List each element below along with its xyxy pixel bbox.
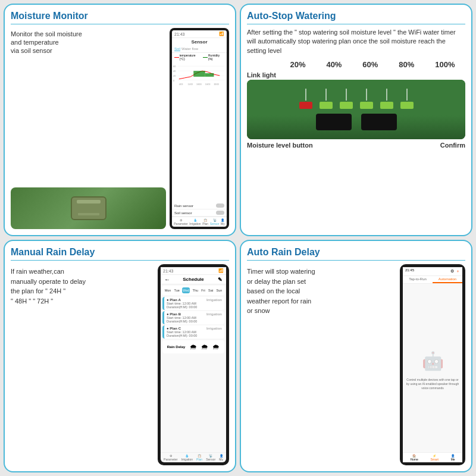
auto-rain-screen: 21:45 ⚙ ＋ Tap-to-Run Automation 🤖 Contro…: [403, 267, 462, 462]
plan-a: ● Plan A Irrigation Start time: 12:00 AM…: [162, 297, 224, 310]
phone-status-bar: 21:43 📶: [172, 30, 227, 38]
moisture-strip-60: [360, 102, 373, 109]
moisture-strip-20: [320, 102, 333, 109]
day-wed[interactable]: Wed: [182, 287, 190, 293]
svg-text:11/03: 11/03: [187, 83, 193, 86]
manual-rain-title: Manual Rain Delay: [11, 247, 229, 261]
main-grid: Moisture Monitor Monitor the soil moistu…: [0, 0, 476, 476]
svg-text:40: 40: [173, 70, 176, 73]
day-sun[interactable]: Sun: [216, 287, 223, 293]
auto-stop-title: Auto-Stop Watering: [247, 11, 465, 24]
svg-text:60: 60: [173, 65, 176, 68]
schedule-status-bar: 21:43 📶: [161, 267, 226, 275]
svg-text:0: 0: [173, 79, 175, 82]
moisture-monitor-title: Moisture Monitor: [11, 11, 229, 24]
schedule-phone-nav: ⚙Parameter 💧Irrigation 📋Plan 📡Sensor 👤My: [161, 452, 226, 462]
rain-delay-options: Rain Delay 🌧 🌧 🌧: [162, 340, 224, 353]
automation-placeholder-icon: 🤖: [418, 346, 447, 375]
nav-plan-2[interactable]: 📋Plan: [196, 454, 202, 461]
rain-delay-description: If rain weather,can manually operate to …: [11, 264, 154, 465]
nav-my-2[interactable]: 👤My: [219, 454, 223, 461]
temperature-legend-line: [174, 57, 179, 58]
moisture-phone: 21:43 📶 Sensor Soil Water flow temperatu…: [170, 28, 229, 229]
auto-rain-body: Timer will stop watering or delay the pl…: [247, 264, 465, 465]
sensor-block-right: [361, 114, 397, 130]
nav-my[interactable]: 👤My: [221, 218, 225, 226]
sensor-block-left: [316, 114, 352, 130]
tab-automation[interactable]: Automation: [433, 276, 462, 283]
auto-content-area: 🤖 Control multiple devices with one tap …: [403, 284, 462, 452]
svg-text:20/03: 20/03: [214, 83, 219, 86]
sensor-chart: 60 40 20 0: [172, 61, 227, 202]
settings-icon[interactable]: ⚙: [450, 269, 454, 274]
nav-parameter-2[interactable]: ⚙Parameter: [164, 454, 177, 461]
add-icon[interactable]: ＋: [456, 268, 460, 274]
nav-me[interactable]: 👤Me: [451, 454, 455, 461]
moisture-strip-80: [380, 102, 393, 109]
sensor-blocks: [316, 114, 397, 130]
moisture-bottom-labels: Moisture level button Confirm: [247, 142, 465, 149]
soil-sensor-row: Soil sensor: [172, 209, 227, 217]
chart-legend: temperature (°C) Humidity (%): [172, 53, 227, 61]
nav-irrigation-2[interactable]: 💧Irrigation: [181, 454, 193, 461]
rain-delay-72h[interactable]: 🌧: [212, 343, 220, 351]
nav-irrigation[interactable]: 💧Irrigation: [189, 218, 201, 226]
sensor-tabs: Soil Water flow: [172, 46, 227, 53]
nav-parameter[interactable]: ⚙Parameter: [174, 218, 187, 226]
svg-text:16/03: 16/03: [205, 83, 211, 86]
moisture-strip-100: [400, 102, 414, 109]
svg-text:18/03: 18/03: [196, 83, 202, 86]
sensor-device: [71, 196, 107, 220]
rain-sensor-toggle[interactable]: [216, 203, 224, 208]
link-light-strip: [299, 102, 312, 109]
moisture-description: Monitor the soil moisture and temperatur…: [11, 28, 166, 180]
day-thu[interactable]: Thu: [192, 287, 199, 293]
moisture-strip-40: [340, 102, 353, 109]
manual-rain-card: Manual Rain Delay If rain weather,can ma…: [4, 240, 236, 472]
nav-plan[interactable]: 📋Plan: [202, 218, 208, 226]
moisture-phone-screen: 21:43 📶 Sensor Soil Water flow temperatu…: [172, 30, 227, 227]
svg-text:20: 20: [173, 74, 176, 77]
soil-sensor-toggle[interactable]: [216, 211, 224, 215]
day-sat[interactable]: Sat: [208, 287, 214, 293]
auto-status-bar: 21:45 ⚙ ＋: [403, 267, 462, 276]
rain-delay-48h[interactable]: 🌧: [201, 343, 208, 351]
moisture-monitor-body: Monitor the soil moisture and temperatur…: [11, 28, 229, 229]
svg-rect-9: [205, 73, 214, 77]
soil-sensor-image: [11, 187, 166, 229]
link-light-row: Link light: [247, 71, 465, 79]
auto-description-text: Control multiple devices with one tap or…: [405, 378, 460, 390]
nav-sensor[interactable]: 📡Sensor: [210, 218, 220, 226]
schedule-screen: 21:43 📶 ← Schedule ✎ Mon Tue Wed Thu Fri: [161, 267, 226, 462]
moisture-sensor-image: [247, 80, 465, 139]
moisture-percentage-labels: 20% 40% 60% 80% 100%: [247, 60, 465, 69]
day-fri[interactable]: Fri: [201, 287, 205, 293]
day-tue[interactable]: Tue: [174, 287, 180, 293]
svg-rect-8: [193, 71, 205, 77]
back-arrow[interactable]: ←: [164, 276, 170, 283]
auto-rain-title: Auto Rain Delay: [247, 247, 465, 261]
auto-stop-card: Auto-Stop Watering After setting the " s…: [240, 4, 472, 236]
auto-rain-phone: 21:45 ⚙ ＋ Tap-to-Run Automation 🤖 Contro…: [400, 264, 465, 465]
chart-svg: 60 40 20 0: [173, 62, 226, 86]
nav-sensor-2[interactable]: 📡Sensor: [206, 454, 215, 461]
moisture-phone-nav: ⚙Parameter 💧Irrigation 📋Plan 📡Sensor 👤My: [172, 217, 227, 227]
nav-smart[interactable]: ⚡Smart: [431, 454, 439, 461]
day-mon[interactable]: Mon: [164, 287, 172, 293]
humidity-legend-line: [203, 57, 208, 58]
auto-rain-card: Auto Rain Delay Timer will stop watering…: [240, 240, 472, 472]
auto-phone-nav: 🏠Home ⚡Smart 👤Me: [403, 452, 462, 462]
edit-icon[interactable]: ✎: [218, 277, 223, 283]
rain-delay-24h[interactable]: 🌧: [190, 343, 197, 351]
auto-tabs: Tap-to-Run Automation: [403, 276, 462, 284]
auto-rain-description: Timer will stop watering or delay the pl…: [247, 264, 396, 465]
days-row: Mon Tue Wed Thu Fri Sat Sun: [162, 286, 225, 295]
manual-rain-body: If rain weather,can manually operate to …: [11, 264, 229, 465]
sensor-strips-row: [299, 89, 414, 109]
nav-home[interactable]: 🏠Home: [410, 454, 418, 461]
schedule-phone: 21:43 📶 ← Schedule ✎ Mon Tue Wed Thu Fri: [158, 264, 229, 465]
schedule-title: ← Schedule ✎: [161, 275, 226, 284]
tab-tap-to-run[interactable]: Tap-to-Run: [403, 276, 433, 283]
plan-c: ● Plan C Irrigation Start time: 12:00 AM…: [162, 325, 224, 339]
svg-text:4/03: 4/03: [179, 83, 183, 86]
